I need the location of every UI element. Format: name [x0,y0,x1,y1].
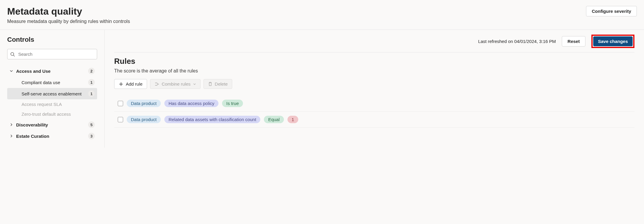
rule-entity-pill[interactable]: Data product [127,116,161,123]
tree-item-compliant-data-use[interactable]: Compliant data use 1 [7,77,97,88]
svg-point-0 [11,52,14,55]
trash-icon [208,82,212,86]
rule-attribute-pill[interactable]: Has data access policy [164,100,218,107]
main-layout: Controls Access and Use 2 Compliant data… [0,30,644,148]
tree-item-label: Zero-trust default access [22,112,95,117]
tree-item-label: Access request SLA [22,102,95,107]
tree-item-count: 1 [88,79,95,86]
add-rule-button[interactable]: Add rule [114,79,147,89]
tree-group-count: 2 [88,68,95,74]
tree-group-access-and-use[interactable]: Access and Use 2 [7,65,97,77]
tree-group-count: 5 [88,121,95,128]
rule-condition-pill[interactable]: Equal [264,116,284,123]
rule-value-pill[interactable]: 1 [287,116,298,123]
chevron-down-icon [10,69,14,73]
tree-group-label: Estate Curation [16,134,86,139]
search-input[interactable] [7,49,97,59]
save-changes-button[interactable]: Save changes [593,36,633,46]
search-wrap [7,49,97,59]
tree-item-label: Self-serve access enablement [22,91,86,96]
plus-icon [119,82,123,86]
tree-group-count: 3 [88,133,95,139]
rule-attribute-pill[interactable]: Related data assets with classification … [164,116,261,123]
rule-checkbox[interactable] [118,101,123,106]
controls-title: Controls [7,36,97,44]
tree-item-label: Compliant data use [22,80,86,85]
tree-group-estate-curation[interactable]: Estate Curation 3 [7,130,97,142]
configure-severity-button[interactable]: Configure severity [586,6,637,16]
tree-group-label: Discoverability [16,122,86,127]
chevron-right-icon [10,123,14,126]
tree-item-zero-trust: Zero-trust default access [7,109,97,119]
page-title: Metadata quality [7,6,130,17]
chevron-down-icon [193,83,196,86]
tree-item-self-serve-access[interactable]: Self-serve access enablement 1 [7,88,97,99]
controls-sidebar: Controls Access and Use 2 Compliant data… [0,30,105,148]
content-area: Last refreshed on 04/01/2024, 3:16 PM Re… [105,30,644,148]
rule-condition-pill[interactable]: Is true [222,100,243,107]
combine-icon [155,82,159,86]
tree-group-label: Access and Use [16,69,86,74]
combine-rules-label: Combine rules [162,81,191,86]
page-subtitle: Measure metadata quality by defining rul… [7,19,130,24]
add-rule-label: Add rule [126,81,143,86]
rule-row: Data product Related data assets with cl… [114,112,634,128]
rules-description: The score is the average of all the rule… [114,68,634,74]
rules-section: Rules The score is the average of all th… [114,57,634,128]
last-refreshed-text: Last refreshed on 04/01/2024, 3:16 PM [478,39,556,44]
rule-row: Data product Has data access policy Is t… [114,95,634,112]
content-topbar: Last refreshed on 04/01/2024, 3:16 PM Re… [114,35,634,52]
tree-group-discoverability[interactable]: Discoverability 5 [7,119,97,130]
chevron-right-icon [10,134,14,138]
reset-button[interactable]: Reset [562,36,585,47]
combine-rules-button: Combine rules [150,79,201,89]
search-icon [10,52,15,57]
rule-checkbox[interactable] [118,117,123,122]
delete-rule-button: Delete [204,79,232,89]
header-left: Metadata quality Measure metadata qualit… [7,6,130,24]
save-highlight: Save changes [591,35,634,48]
rules-title: Rules [114,57,634,66]
rules-actions: Add rule Combine rules Delete [114,79,634,89]
tree-item-count: 1 [88,90,95,97]
page-header: Metadata quality Measure metadata qualit… [0,0,644,30]
svg-line-1 [13,55,15,56]
delete-rule-label: Delete [215,81,228,86]
rule-entity-pill[interactable]: Data product [127,100,161,107]
tree-item-access-request-sla: Access request SLA [7,99,97,109]
